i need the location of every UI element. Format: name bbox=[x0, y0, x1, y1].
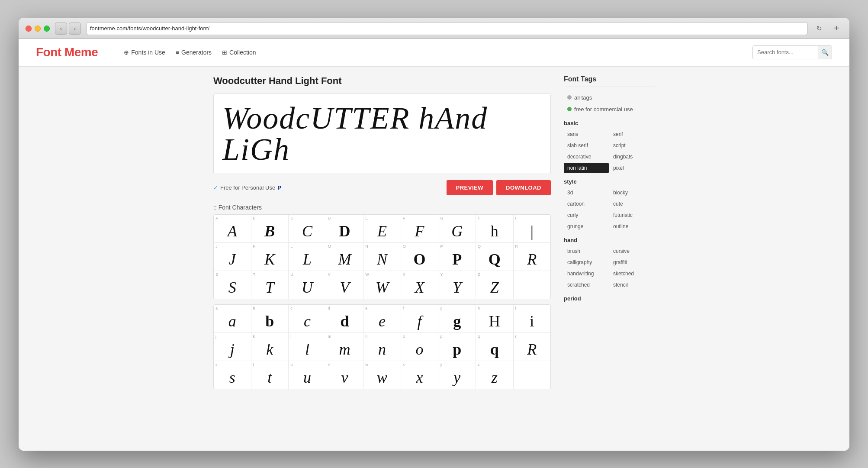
basic-section-label: basic bbox=[564, 120, 655, 126]
tag-slab-serif[interactable]: slab serif bbox=[564, 140, 609, 151]
paypal-icon: P bbox=[277, 184, 281, 191]
reload-icon: ↻ bbox=[817, 25, 822, 32]
char-cell-d: d d bbox=[326, 305, 364, 332]
char-cell-i: i i bbox=[514, 305, 551, 332]
char-row-upper-1: A A B B C C D D bbox=[214, 215, 550, 243]
tag-sans[interactable]: sans bbox=[564, 129, 609, 139]
char-cell-e: e e bbox=[363, 305, 401, 332]
char-cell-O: O O bbox=[401, 243, 439, 271]
char-cell-I: I | bbox=[514, 215, 551, 242]
char-cell-B: B B bbox=[251, 215, 289, 242]
char-cell-W: W W bbox=[363, 271, 401, 299]
tag-futuristic[interactable]: futuristic bbox=[610, 210, 655, 220]
char-cell-U: U U bbox=[289, 271, 326, 299]
preview-button[interactable]: PREVIEW bbox=[447, 180, 493, 195]
tag-blocky[interactable]: blocky bbox=[610, 187, 655, 198]
search-icon: 🔍 bbox=[821, 49, 829, 56]
tag-cursive[interactable]: cursive bbox=[610, 246, 655, 256]
tag-brush[interactable]: brush bbox=[564, 246, 609, 256]
minimize-button[interactable] bbox=[35, 26, 41, 32]
collection-label: Collection bbox=[229, 49, 256, 56]
content-area: Woodcutter Hand Light Font WoodcUTTER hA… bbox=[213, 75, 551, 389]
period-section-label: period bbox=[564, 295, 655, 302]
download-button[interactable]: DOWNLOAD bbox=[496, 180, 551, 195]
nav-generators[interactable]: ≡ Generators bbox=[176, 49, 212, 56]
maximize-button[interactable] bbox=[44, 26, 50, 32]
char-cell-A: A A bbox=[214, 215, 251, 242]
char-cell-o: o o bbox=[401, 333, 439, 361]
uppercase-chars-grid: A A B B C C D D bbox=[213, 214, 551, 299]
tag-curly[interactable]: curly bbox=[564, 210, 609, 220]
all-tags-label: all tags bbox=[574, 94, 592, 101]
char-cell-C: C C bbox=[289, 215, 326, 242]
tag-grunge[interactable]: grunge bbox=[564, 221, 609, 232]
tag-outline[interactable]: outline bbox=[610, 221, 655, 232]
tag-pixel[interactable]: pixel bbox=[610, 163, 655, 173]
char-cell-r: r R bbox=[514, 333, 551, 361]
browser-content: Font Meme ⊕ Fonts in Use ≡ Generators ⊞ … bbox=[19, 39, 849, 451]
char-cell-N: N N bbox=[363, 243, 401, 271]
address-bar-container[interactable] bbox=[86, 22, 808, 35]
nav-collection[interactable]: ⊞ Collection bbox=[222, 49, 256, 56]
char-cell-v: v v bbox=[326, 361, 364, 389]
tag-handwriting[interactable]: handwriting bbox=[564, 268, 609, 279]
back-button[interactable]: ‹ bbox=[55, 23, 67, 35]
tag-sketched[interactable]: sketched bbox=[610, 268, 655, 279]
close-button[interactable] bbox=[26, 26, 32, 32]
tag-scratched[interactable]: scratched bbox=[564, 280, 609, 290]
main-container: Woodcutter Hand Light Font WoodcUTTER hA… bbox=[196, 67, 672, 398]
tag-graffiti[interactable]: graffiti bbox=[610, 257, 655, 268]
tag-dingbats[interactable]: dingbats bbox=[610, 152, 655, 162]
address-input[interactable] bbox=[90, 25, 804, 32]
font-license-row: ✓ Free for Personal Use P PREVIEW DOWNLO… bbox=[213, 180, 551, 195]
char-cell-p: p p bbox=[438, 333, 476, 361]
char-cell-f: f f bbox=[401, 305, 439, 332]
tag-cartoon[interactable]: cartoon bbox=[564, 199, 609, 209]
char-cell-S: S S bbox=[214, 271, 251, 299]
char-cell-M: M M bbox=[326, 243, 364, 271]
search-input[interactable] bbox=[753, 49, 818, 55]
char-cell-z: z z bbox=[476, 361, 514, 389]
font-preview-box: WoodcUTTER hAnd LiGh bbox=[213, 94, 551, 174]
hand-section-label: hand bbox=[564, 237, 655, 243]
commercial-icon bbox=[567, 107, 572, 111]
char-cell-y: y y bbox=[438, 361, 476, 389]
new-tab-button[interactable]: + bbox=[830, 23, 842, 35]
tag-stencil[interactable]: stencil bbox=[610, 280, 655, 290]
char-cell-x: x x bbox=[401, 361, 439, 389]
license-text: ✓ Free for Personal Use P bbox=[213, 184, 281, 191]
tag-script[interactable]: script bbox=[610, 140, 655, 151]
reload-button[interactable]: ↻ bbox=[813, 23, 825, 35]
char-cell-m: m m bbox=[326, 333, 364, 361]
tag-serif[interactable]: serif bbox=[610, 129, 655, 139]
tag-decorative[interactable]: decorative bbox=[564, 152, 609, 162]
char-cell-V: V V bbox=[326, 271, 364, 299]
char-cell-g: g g bbox=[438, 305, 476, 332]
all-tags-icon bbox=[567, 95, 572, 100]
char-cell-c: c c bbox=[289, 305, 326, 332]
char-cell-a: a a bbox=[214, 305, 251, 332]
license-check-icon: ✓ bbox=[213, 184, 218, 191]
tag-cute[interactable]: cute bbox=[610, 199, 655, 209]
char-cell-K: K K bbox=[251, 243, 289, 271]
site-logo[interactable]: Font Meme bbox=[36, 45, 98, 59]
char-cell-l: l l bbox=[289, 333, 326, 361]
back-icon: ‹ bbox=[60, 25, 62, 32]
char-cell-j: j j bbox=[214, 333, 251, 361]
char-cell-empty1 bbox=[514, 271, 551, 299]
tag-calligraphy[interactable]: calligraphy bbox=[564, 257, 609, 268]
hand-tags-grid: brush cursive calligraphy graffiti handw… bbox=[564, 246, 655, 290]
char-cell-w: w w bbox=[363, 361, 401, 389]
all-tags-item[interactable]: all tags bbox=[564, 92, 655, 103]
tag-non-latin[interactable]: non latin bbox=[564, 163, 609, 173]
sidebar: Font Tags all tags free for commercial u… bbox=[564, 75, 655, 389]
commercial-label: free for commercial use bbox=[574, 106, 633, 113]
commercial-tag-item[interactable]: free for commercial use bbox=[564, 104, 655, 115]
tag-3d[interactable]: 3d bbox=[564, 187, 609, 198]
forward-button[interactable]: › bbox=[69, 23, 81, 35]
basic-tags-grid: sans serif slab serif script decorative … bbox=[564, 129, 655, 173]
search-button[interactable]: 🔍 bbox=[818, 45, 832, 59]
char-cell-E: E E bbox=[363, 215, 401, 242]
nav-fonts-in-use[interactable]: ⊕ Fonts in Use bbox=[124, 49, 165, 56]
char-row-upper-2: J J K K L L M M bbox=[214, 243, 550, 271]
